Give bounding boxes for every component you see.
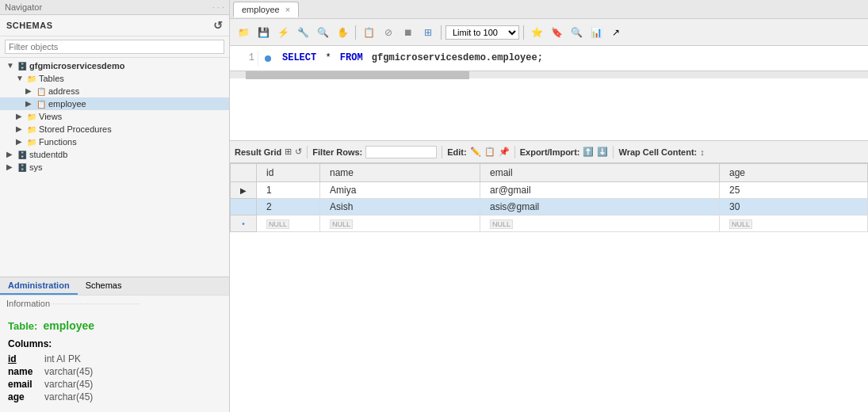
result-toolbar: Result Grid ⊞ ↺ Filter Rows: Edit: ✏️ 📋 … — [230, 141, 868, 163]
limit-select[interactable]: Limit to 100 Limit to 10 Limit to 500 Li… — [445, 25, 519, 40]
table-row-null[interactable]: • NULL NULL NULL NULL — [231, 216, 868, 232]
cell-name-null: NULL — [320, 216, 480, 232]
cancel-button[interactable]: ⊘ — [380, 24, 397, 41]
expand-arrow — [25, 86, 35, 96]
column-id-row: id int AI PK — [8, 353, 221, 364]
db-icon: 🗄️ — [17, 163, 27, 172]
toolbar-separator-2 — [441, 25, 442, 40]
table-header-row: id name email age — [231, 164, 868, 182]
filter-box — [0, 36, 229, 58]
expand-arrow — [16, 137, 25, 147]
col-type-email: varchar(45) — [44, 379, 93, 390]
stored-procedures-label: Stored Procedures — [39, 124, 112, 134]
col-type-age: varchar(45) — [44, 391, 93, 402]
row-marker-2 — [231, 199, 257, 216]
col-header-id: id — [257, 164, 320, 182]
null-badge: NULL — [490, 219, 513, 229]
db-icon: 🗄️ — [17, 62, 27, 71]
tree-functions-folder[interactable]: 📁 Functions — [0, 135, 229, 148]
editor-area[interactable]: 1 SELECT * FROM gfgmicroservicesdemo.emp… — [230, 46, 868, 141]
line-1-number: 1 — [233, 51, 254, 66]
filter-rows-input[interactable] — [365, 146, 437, 158]
toolbar-separator-3 — [523, 25, 524, 40]
result-sep-2 — [442, 146, 442, 158]
left-panel: Navigator · · · SCHEMAS ↺ 🗄️ gfgmicroser… — [0, 0, 230, 412]
expand-arrow — [25, 99, 35, 109]
col-header-email: email — [480, 164, 720, 182]
import-button[interactable]: 📋 — [360, 24, 377, 41]
views-label: Views — [39, 112, 62, 121]
tree-table-employee[interactable]: 📋 employee — [0, 97, 229, 110]
filter-rows-label: Filter Rows: — [312, 147, 362, 157]
schema-studentdb[interactable]: 🗄️ studentdb — [0, 148, 229, 161]
line-marker-dot — [265, 55, 271, 62]
hand-button[interactable]: ✋ — [334, 24, 351, 41]
table-row[interactable]: 2 Asish asis@gmail 30 — [231, 199, 868, 216]
find-button[interactable]: 🔍 — [314, 24, 331, 41]
editor-scrollbar[interactable] — [230, 71, 868, 78]
folder-icon: 📁 — [27, 125, 36, 134]
import-icon[interactable]: ⬇️ — [597, 147, 608, 157]
code-content[interactable]: SELECT * FROM gfgmicroservicesdemo.emplo… — [276, 51, 868, 66]
search-button[interactable]: 🔍 — [568, 24, 585, 41]
refresh-icon-btn[interactable]: ↺ — [295, 147, 302, 157]
folder-icon: 📁 — [27, 74, 36, 83]
run-all-button[interactable]: 🔧 — [294, 24, 312, 41]
tree-views-folder[interactable]: 📁 Views — [0, 110, 229, 123]
tab-administration[interactable]: Administration — [0, 277, 78, 295]
export-icon[interactable]: ⬆️ — [583, 147, 594, 157]
tab-close-icon[interactable]: × — [285, 5, 290, 14]
copy-icon[interactable]: 📋 — [484, 147, 495, 157]
schema-gfgmicroservicesdemo[interactable]: 🗄️ gfgmicroservicesdemo — [0, 59, 229, 72]
null-badge: NULL — [729, 219, 752, 229]
expand-arrow — [16, 112, 25, 121]
paste-icon[interactable]: 📌 — [499, 147, 510, 157]
result-area: Result Grid ⊞ ↺ Filter Rows: Edit: ✏️ 📋 … — [230, 141, 868, 412]
stop-button[interactable]: ⏹ — [400, 24, 417, 41]
bottom-tabs: Administration Schemas Information ·····… — [0, 277, 229, 311]
refresh-icon[interactable]: ↺ — [213, 19, 223, 32]
cell-name-1: Amiya — [320, 182, 480, 199]
tree-stored-procedures-folder[interactable]: 📁 Stored Procedures — [0, 123, 229, 135]
bookmark-button[interactable]: 🔖 — [548, 24, 565, 41]
schema-label: gfgmicroservicesdemo — [29, 61, 124, 71]
query-tab-employee[interactable]: employee × — [233, 2, 299, 17]
schema-tree: 🗄️ gfgmicroservicesdemo 📁 Tables 📋 addre… — [0, 58, 229, 277]
data-grid[interactable]: id name email age ▶ 1 Amiya ar@gmail 25 — [230, 163, 868, 412]
code-line-1: SELECT * FROM gfgmicroservicesdemo.emplo… — [282, 51, 862, 66]
cell-id-null: NULL — [257, 216, 320, 232]
table-name-value: employee — [44, 319, 95, 332]
result-sep-3 — [514, 146, 515, 158]
tab-schemas[interactable]: Schemas — [78, 277, 130, 295]
filter-input[interactable] — [5, 40, 224, 54]
table-row[interactable]: ▶ 1 Amiya ar@gmail 25 — [231, 182, 868, 199]
cell-age-2: 30 — [719, 199, 867, 216]
columns-label: Columns: — [8, 338, 221, 349]
export-button[interactable]: ↗ — [607, 24, 625, 41]
edit-icon[interactable]: ✏️ — [470, 147, 481, 157]
grid-icon[interactable]: ⊞ — [285, 147, 292, 157]
col-name-name: name — [8, 366, 40, 377]
tree-tables-folder[interactable]: 📁 Tables — [0, 72, 229, 85]
stats-button[interactable]: 📊 — [587, 24, 605, 41]
tree-table-address[interactable]: 📋 address — [0, 85, 229, 97]
cell-email-1: ar@gmail — [480, 182, 720, 199]
cell-id-2: 2 — [257, 199, 320, 216]
column-name-row: name varchar(45) — [8, 366, 221, 377]
open-button[interactable]: 📁 — [235, 24, 252, 41]
wrap-icon[interactable]: ↕ — [700, 147, 705, 157]
table-label-employee: employee — [48, 99, 86, 109]
table-label-address: address — [48, 86, 79, 96]
save-button[interactable]: 💾 — [254, 24, 272, 41]
result-sep-1 — [307, 146, 308, 158]
star-button[interactable]: ⭐ — [528, 24, 545, 41]
schema-sys[interactable]: 🗄️ sys — [0, 161, 229, 174]
schema-label-studentdb: studentdb — [29, 150, 67, 159]
grid-button[interactable]: ⊞ — [419, 24, 437, 41]
folder-icon: 📁 — [27, 138, 36, 147]
run-button[interactable]: ⚡ — [274, 24, 292, 41]
col-type-name: varchar(45) — [44, 366, 93, 377]
editor-scrollbar-thumb — [246, 71, 469, 79]
expand-arrow — [16, 74, 25, 83]
toolbar-separator-1 — [355, 25, 356, 40]
